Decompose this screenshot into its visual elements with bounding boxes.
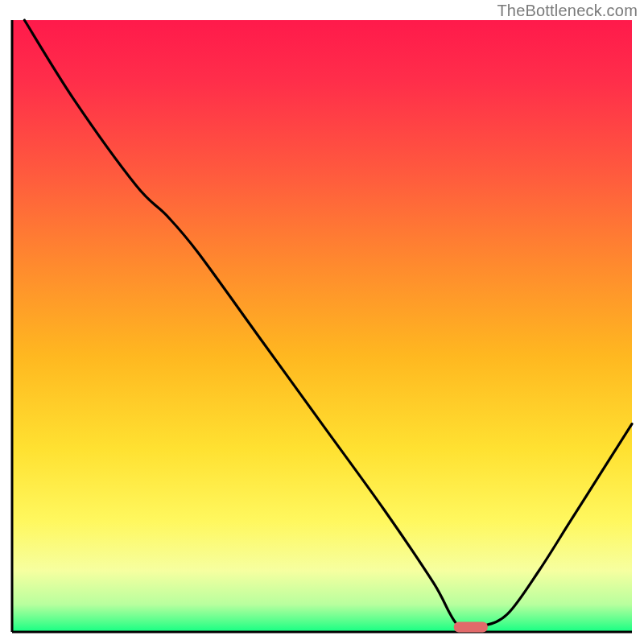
optimal-marker [454,621,488,632]
bottleneck-chart [0,0,644,644]
watermark-text: TheBottleneck.com [497,2,638,20]
gradient-background [12,20,632,632]
chart-container: TheBottleneck.com [0,0,644,644]
